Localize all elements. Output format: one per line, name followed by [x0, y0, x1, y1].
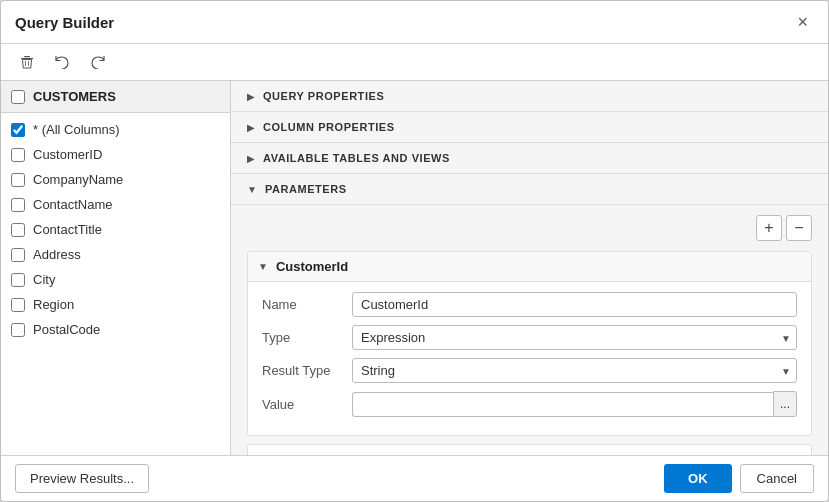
- table-checkbox[interactable]: [11, 90, 25, 104]
- value-input[interactable]: [352, 392, 773, 417]
- section-title: AVAILABLE TABLES AND VIEWS: [263, 152, 450, 164]
- param-fields-customer-id: Name Type Expression Value Parameter: [248, 282, 811, 435]
- param-customer-country: ▶ CustomerCountry: [247, 444, 812, 455]
- query-builder-dialog: Query Builder ×: [0, 0, 829, 502]
- undo-icon: [54, 55, 70, 69]
- column-label: CompanyName: [33, 172, 123, 187]
- remove-param-button[interactable]: −: [786, 215, 812, 241]
- column-checkbox[interactable]: [11, 148, 25, 162]
- column-item[interactable]: CompanyName: [1, 167, 230, 192]
- arrow-icon: ▶: [247, 153, 255, 164]
- param-arrow-icon: ▼: [258, 261, 268, 272]
- result-type-select[interactable]: String Integer Boolean DateTime: [352, 358, 797, 383]
- type-select[interactable]: Expression Value Parameter: [352, 325, 797, 350]
- column-item[interactable]: CustomerID: [1, 142, 230, 167]
- arrow-icon: ▶: [247, 91, 255, 102]
- close-button[interactable]: ×: [791, 11, 814, 33]
- column-label: ContactName: [33, 197, 112, 212]
- column-label: ContactTitle: [33, 222, 102, 237]
- column-label: Address: [33, 247, 81, 262]
- field-select-wrap-type: Expression Value Parameter ▼: [352, 325, 797, 350]
- cancel-button[interactable]: Cancel: [740, 464, 814, 493]
- column-item[interactable]: ContactName: [1, 192, 230, 217]
- section-query-properties[interactable]: ▶ QUERY PROPERTIES: [231, 81, 828, 112]
- field-label-name: Name: [262, 297, 352, 312]
- delete-button[interactable]: [13, 50, 41, 74]
- column-checkbox[interactable]: [11, 273, 25, 287]
- right-panel: ▶ QUERY PROPERTIES ▶ COLUMN PROPERTIES ▶…: [231, 81, 828, 455]
- column-item[interactable]: City: [1, 267, 230, 292]
- dialog-header: Query Builder ×: [1, 1, 828, 44]
- column-label: PostalCode: [33, 322, 100, 337]
- column-item[interactable]: Address: [1, 242, 230, 267]
- field-row-type: Type Expression Value Parameter ▼: [262, 325, 797, 350]
- value-browse-button[interactable]: ...: [773, 391, 797, 417]
- arrow-icon: ▶: [247, 122, 255, 133]
- preview-results-button[interactable]: Preview Results...: [15, 464, 149, 493]
- column-checkbox[interactable]: [11, 223, 25, 237]
- section-available-tables[interactable]: ▶ AVAILABLE TABLES AND VIEWS: [231, 143, 828, 174]
- section-parameters[interactable]: ▼ PARAMETERS: [231, 174, 828, 205]
- field-label-result-type: Result Type: [262, 363, 352, 378]
- field-label-type: Type: [262, 330, 352, 345]
- field-input-value-wrap: ...: [352, 391, 797, 417]
- table-header[interactable]: CUSTOMERS: [1, 81, 230, 113]
- column-label: * (All Columns): [33, 122, 120, 137]
- field-row-value: Value ...: [262, 391, 797, 417]
- ok-button[interactable]: OK: [664, 464, 732, 493]
- column-item[interactable]: Region: [1, 292, 230, 317]
- trash-icon: [20, 55, 34, 69]
- section-title: PARAMETERS: [265, 183, 347, 195]
- toolbar: [1, 44, 828, 81]
- svg-rect-1: [24, 56, 30, 57]
- add-remove-row: + −: [247, 215, 812, 241]
- undo-button[interactable]: [47, 50, 77, 74]
- section-title: QUERY PROPERTIES: [263, 90, 384, 102]
- column-item[interactable]: ContactTitle: [1, 217, 230, 242]
- param-customer-id: ▼ CustomerId Name Type Expression: [247, 251, 812, 436]
- arrow-icon: ▼: [247, 184, 257, 195]
- param-name-customer-id: CustomerId: [276, 259, 348, 274]
- column-item[interactable]: * (All Columns): [1, 117, 230, 142]
- dialog-title: Query Builder: [15, 14, 114, 31]
- section-title: COLUMN PROPERTIES: [263, 121, 395, 133]
- content-area: CUSTOMERS * (All Columns)CustomerIDCompa…: [1, 81, 828, 455]
- field-row-name: Name: [262, 292, 797, 317]
- column-label: CustomerID: [33, 147, 102, 162]
- table-name: CUSTOMERS: [33, 89, 116, 104]
- field-row-result-type: Result Type String Integer Boolean DateT…: [262, 358, 797, 383]
- redo-button[interactable]: [83, 50, 113, 74]
- redo-icon: [90, 55, 106, 69]
- left-panel: CUSTOMERS * (All Columns)CustomerIDCompa…: [1, 81, 231, 455]
- param-title-row-customer-id[interactable]: ▼ CustomerId: [248, 252, 811, 282]
- column-item[interactable]: PostalCode: [1, 317, 230, 342]
- footer-right: OK Cancel: [664, 464, 814, 493]
- section-column-properties[interactable]: ▶ COLUMN PROPERTIES: [231, 112, 828, 143]
- field-input-name[interactable]: [352, 292, 797, 317]
- field-select-wrap-result-type: String Integer Boolean DateTime ▼: [352, 358, 797, 383]
- param-title-row-customer-country[interactable]: ▶ CustomerCountry: [248, 445, 811, 455]
- add-param-button[interactable]: +: [756, 215, 782, 241]
- column-label: City: [33, 272, 55, 287]
- column-label: Region: [33, 297, 74, 312]
- column-checkbox[interactable]: [11, 323, 25, 337]
- column-checkbox[interactable]: [11, 248, 25, 262]
- column-checkbox[interactable]: [11, 123, 25, 137]
- dialog-footer: Preview Results... OK Cancel: [1, 455, 828, 501]
- column-checkbox[interactable]: [11, 173, 25, 187]
- column-list: * (All Columns)CustomerIDCompanyNameCont…: [1, 113, 230, 346]
- column-checkbox[interactable]: [11, 298, 25, 312]
- column-checkbox[interactable]: [11, 198, 25, 212]
- parameters-body: + − ▼ CustomerId Name T: [231, 205, 828, 455]
- field-label-value: Value: [262, 397, 352, 412]
